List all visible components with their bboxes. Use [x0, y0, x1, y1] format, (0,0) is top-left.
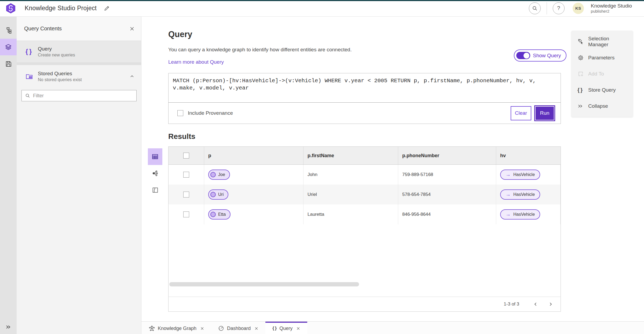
show-query-label: Show Query: [533, 53, 561, 59]
run-button[interactable]: Run: [535, 106, 554, 120]
parameters-button[interactable]: Parameters: [572, 50, 633, 66]
column-header-hv[interactable]: hv: [496, 147, 561, 164]
account-name: Knowledge Studio: [591, 3, 632, 9]
rail-item-contents[interactable]: [0, 39, 17, 55]
add-to-icon: [577, 71, 584, 77]
filter-input[interactable]: [33, 93, 133, 99]
query-tools-panel: Selection Manager Parameters Add To: [572, 31, 633, 117]
column-header-phonenumber[interactable]: p.phoneNumber: [398, 147, 496, 164]
sidebar-item-stored-queries[interactable]: Stored Queries No stored queries exist: [17, 65, 141, 88]
include-provenance-checkbox[interactable]: [177, 110, 183, 116]
arrow-right-icon: →: [506, 211, 511, 217]
panel-header: Query Contents: [17, 17, 141, 41]
panel-close-button[interactable]: [129, 26, 135, 31]
table-footer: 1-3 of 3: [169, 297, 561, 311]
store-query-button[interactable]: { } Store Query: [572, 82, 633, 98]
cell-first-name: Lauretta: [303, 204, 398, 224]
page-title: Query: [168, 30, 192, 39]
entity-node-icon: [210, 192, 216, 197]
row-checkbox[interactable]: [183, 192, 189, 197]
table-row[interactable]: Joe John 759-889-57168 → HasVehicle: [169, 165, 561, 185]
expand-rail-button[interactable]: [0, 324, 17, 330]
query-workspace: Query You can query a knowledge graph to…: [141, 17, 644, 321]
tab-knowledge-graph[interactable]: Knowledge Graph: [142, 322, 211, 334]
pagination-range: 1-3 of 3: [504, 301, 519, 307]
select-all-checkbox[interactable]: [183, 153, 189, 159]
results-table: p p.firstName p.phoneNumber hv Joe John …: [168, 146, 561, 312]
query-code-input[interactable]: MATCH (p:Person)-[hv:HasVehicle]->(v:Veh…: [169, 73, 561, 103]
knowledge-graph-icon: [149, 325, 155, 331]
query-item-subtitle: Create new queries: [38, 53, 75, 58]
panel-title: Query Contents: [24, 26, 62, 32]
app-window: Knowledge Studio Project ? KS Knowledge …: [0, 0, 644, 334]
relationship-chip[interactable]: → HasVehicle: [500, 209, 540, 220]
help-button[interactable]: ?: [553, 2, 565, 14]
table-row[interactable]: Etta Lauretta 846-956-8644 → HasVehicle: [169, 204, 561, 224]
account-info[interactable]: Knowledge Studio publisher2: [591, 3, 632, 13]
edit-title-icon[interactable]: [104, 5, 110, 12]
stored-queries-title: Stored Queries: [38, 71, 82, 77]
toggle-switch[interactable]: [516, 52, 530, 59]
layers-icon: [5, 44, 12, 51]
project-title: Knowledge Studio Project: [25, 5, 97, 12]
collapse-panel-button[interactable]: Collapse: [572, 98, 633, 114]
cell-first-name: Uriel: [303, 185, 398, 204]
close-tab-icon[interactable]: [254, 326, 258, 331]
collapse-section-button[interactable]: [129, 74, 135, 79]
close-tab-icon[interactable]: [296, 326, 300, 331]
rail-item-data-model[interactable]: [0, 22, 17, 39]
selection-manager-button[interactable]: Selection Manager: [572, 34, 633, 50]
search-icon: [25, 93, 30, 98]
column-header-firstname[interactable]: p.firstName: [303, 147, 398, 164]
row-checkbox[interactable]: [183, 211, 189, 217]
map-view-button[interactable]: [148, 182, 162, 198]
arrow-right-icon: →: [506, 172, 511, 178]
app-logo-icon[interactable]: [5, 3, 16, 14]
braces-icon: { }: [272, 326, 276, 331]
query-editor-container: MATCH (p:Person)-[hv:HasVehicle]->(v:Veh…: [168, 73, 561, 124]
entity-node-icon: [210, 172, 216, 177]
cell-first-name: John: [303, 165, 398, 185]
query-contents-panel: Query Contents { } Query Create new quer…: [17, 17, 141, 334]
close-tab-icon[interactable]: [200, 326, 204, 331]
entity-chip[interactable]: Joe: [208, 170, 230, 180]
cell-phone: 846-956-8644: [398, 204, 496, 224]
search-button[interactable]: [529, 2, 541, 14]
cell-phone: 578-654-7854: [398, 185, 496, 204]
table-empty-area: [169, 224, 561, 297]
query-actions-row: Include Provenance Clear Run: [169, 103, 561, 124]
toggle-knob: [524, 53, 529, 59]
tab-dashboard[interactable]: Dashboard: [211, 322, 265, 334]
account-role: publisher2: [591, 9, 632, 13]
avatar[interactable]: KS: [573, 3, 584, 14]
gear-icon: [577, 55, 584, 61]
folder-icon: [25, 73, 35, 80]
learn-more-link[interactable]: Learn more about Query: [168, 59, 224, 65]
next-page-button[interactable]: [548, 302, 553, 307]
horizontal-scrollbar[interactable]: [169, 282, 359, 286]
column-header-p[interactable]: p: [204, 147, 303, 164]
stored-queries-filter: [21, 90, 137, 101]
sidebar-item-query[interactable]: { } Query Create new queries: [17, 41, 141, 62]
braces-icon: { }: [577, 87, 584, 93]
show-query-toggle[interactable]: Show Query: [514, 49, 566, 62]
table-row[interactable]: Uri Uriel 578-654-7854 → HasVehicle: [169, 185, 561, 204]
clear-button[interactable]: Clear: [511, 106, 531, 120]
previous-page-button[interactable]: [533, 302, 538, 307]
left-icon-rail: [0, 17, 17, 334]
tab-query[interactable]: { } Query: [265, 322, 307, 334]
include-provenance-label: Include Provenance: [188, 110, 233, 116]
entity-chip[interactable]: Uri: [208, 189, 228, 200]
results-view-switcher: [148, 148, 162, 198]
rail-item-save[interactable]: [0, 55, 17, 72]
relationship-chip[interactable]: → HasVehicle: [500, 189, 540, 200]
row-checkbox[interactable]: [183, 172, 189, 178]
entity-chip[interactable]: Etta: [208, 209, 230, 220]
table-view-button[interactable]: [148, 148, 162, 165]
chevron-right-icon: [548, 302, 553, 307]
search-icon: [532, 5, 538, 11]
hierarchy-icon: [5, 27, 12, 34]
relationship-chip[interactable]: → HasVehicle: [500, 170, 540, 180]
selection-manager-icon: [577, 38, 584, 45]
graph-view-button[interactable]: [148, 165, 162, 182]
